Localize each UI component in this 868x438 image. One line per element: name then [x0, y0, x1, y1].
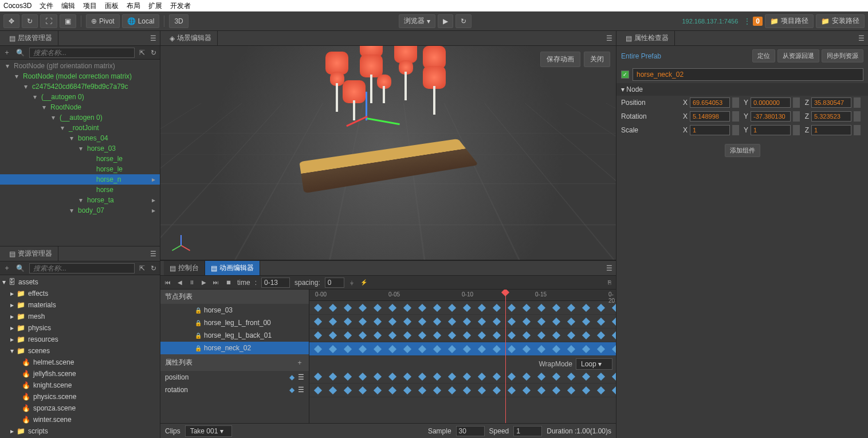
- keyframe[interactable]: [463, 318, 471, 326]
- preview-select[interactable]: 浏览器 ▾: [399, 14, 435, 28]
- scale-z[interactable]: [811, 125, 851, 135]
- keyframe[interactable]: [374, 345, 382, 353]
- keyframe[interactable]: [359, 373, 367, 381]
- rotation-y[interactable]: [751, 111, 791, 122]
- hierarchy-node[interactable]: ▾RootNode (model correction matrix): [0, 71, 160, 81]
- keyframe[interactable]: [344, 331, 352, 339]
- hierarchy-node[interactable]: ▾bones_04: [0, 133, 160, 143]
- 3d-toggle[interactable]: 3D: [169, 14, 188, 28]
- keyframe[interactable]: [448, 386, 456, 394]
- keyframe[interactable]: [388, 373, 396, 381]
- anim-track[interactable]: 🔒horse_neck_02: [160, 342, 309, 354]
- keyframe[interactable]: [582, 318, 590, 326]
- add-asset-button[interactable]: ＋: [2, 262, 11, 274]
- scale-tool[interactable]: ⛶: [40, 14, 57, 28]
- first-frame-button[interactable]: ⏮: [164, 278, 172, 287]
- keyframe[interactable]: [523, 373, 531, 381]
- menu-developer[interactable]: 开发者: [170, 1, 191, 11]
- asset-root[interactable]: ▾🗄assets: [0, 276, 160, 288]
- asset-folder-scenes[interactable]: ▾📁scenes: [0, 345, 160, 357]
- assets-tab[interactable]: ▤ 资源管理器: [3, 247, 58, 261]
- play-button[interactable]: ▶: [438, 14, 453, 28]
- keyframe[interactable]: [359, 345, 367, 353]
- move-tool[interactable]: ✥: [3, 14, 19, 28]
- keyframe[interactable]: [388, 331, 396, 339]
- keyframe[interactable]: [314, 345, 322, 353]
- keyframe[interactable]: [463, 331, 471, 339]
- menu-file[interactable]: 文件: [40, 1, 53, 11]
- keyframe[interactable]: [359, 331, 367, 339]
- keyframe[interactable]: [582, 373, 590, 381]
- keyframe[interactable]: [448, 331, 456, 339]
- save-animation-button[interactable]: 保存动画: [540, 52, 580, 67]
- keyframe[interactable]: [552, 386, 560, 394]
- keyframe[interactable]: [344, 304, 352, 312]
- keyframe[interactable]: [418, 304, 426, 312]
- menu-layout[interactable]: 布局: [127, 1, 140, 11]
- asset-scene[interactable]: 🔥winter.scene: [0, 414, 160, 425]
- node-section-header[interactable]: ▾ Node: [616, 83, 868, 96]
- keyframe-row[interactable]: [309, 384, 616, 397]
- asset-scene[interactable]: 🔥physics.scene: [0, 391, 160, 402]
- keyframe[interactable]: [329, 331, 337, 339]
- prev-frame-button[interactable]: ◀: [176, 278, 183, 287]
- keyframe[interactable]: [478, 318, 486, 326]
- event-icon[interactable]: ⚡: [359, 278, 368, 287]
- keyframe[interactable]: [523, 304, 531, 312]
- keyframe[interactable]: [582, 304, 590, 312]
- keyframe[interactable]: [418, 373, 426, 381]
- keyframe[interactable]: [523, 331, 531, 339]
- asset-scene[interactable]: 🔥helmet.scene: [0, 357, 160, 368]
- scale-y[interactable]: [751, 125, 791, 135]
- rect-tool[interactable]: ▣: [60, 14, 76, 28]
- anim-prop-track[interactable]: rotation◆☰: [160, 384, 309, 396]
- keyframe[interactable]: [523, 386, 531, 394]
- keyframe[interactable]: [344, 386, 352, 394]
- keyframe[interactable]: [374, 318, 382, 326]
- hierarchy-node[interactable]: ▾c2475420cd6847fe9bd9c7a79c: [0, 81, 160, 92]
- assets-search[interactable]: [29, 263, 135, 273]
- keyframe-row[interactable]: [309, 301, 616, 315]
- keyframe[interactable]: [567, 386, 575, 394]
- keyframe[interactable]: [537, 373, 545, 381]
- spacing-input[interactable]: [325, 277, 344, 288]
- keyframe[interactable]: [359, 304, 367, 312]
- keyframe[interactable]: [433, 345, 441, 353]
- keyframe[interactable]: [374, 386, 382, 394]
- keyframe[interactable]: [388, 386, 396, 394]
- keyframe[interactable]: [508, 345, 516, 353]
- search-icon[interactable]: 🔍: [15, 48, 26, 58]
- scene-menu-icon[interactable]: ☰: [606, 34, 612, 42]
- keyframe[interactable]: [433, 304, 441, 312]
- asset-folder[interactable]: ▸📁resources: [0, 334, 160, 345]
- keyframe[interactable]: [374, 331, 382, 339]
- keyframe[interactable]: [493, 331, 501, 339]
- keyframe[interactable]: [448, 318, 456, 326]
- rotate-tool[interactable]: ↻: [22, 14, 38, 28]
- keyframe[interactable]: [612, 386, 616, 394]
- keyframe[interactable]: [329, 345, 337, 353]
- asset-scene[interactable]: 🔥sponza.scene: [0, 402, 160, 414]
- keyframe[interactable]: [433, 386, 441, 394]
- menu-edit[interactable]: 编辑: [61, 1, 75, 11]
- keyframe[interactable]: [582, 386, 590, 394]
- keyframe[interactable]: [508, 373, 516, 381]
- keyframe[interactable]: [314, 318, 322, 326]
- keyframe[interactable]: [582, 331, 590, 339]
- hierarchy-node[interactable]: horse_le: [0, 164, 160, 174]
- keyframe[interactable]: [433, 373, 441, 381]
- hierarchy-node[interactable]: horse: [0, 185, 160, 195]
- keyframe[interactable]: [329, 386, 337, 394]
- keyframe[interactable]: [567, 304, 575, 312]
- pause-button[interactable]: ⏸: [188, 278, 196, 287]
- stop-button[interactable]: ⏹: [225, 278, 233, 287]
- keyframe[interactable]: [314, 304, 322, 312]
- keyframe[interactable]: [597, 331, 605, 339]
- keyframe[interactable]: [359, 386, 367, 394]
- console-tab[interactable]: ▤ 控制台: [164, 261, 205, 275]
- rotation-z[interactable]: [811, 111, 851, 122]
- asset-scene[interactable]: 🔥jellyfish.scene: [0, 368, 160, 380]
- keyframe[interactable]: [314, 373, 322, 381]
- node-active-checkbox[interactable]: ✓: [621, 71, 629, 79]
- hierarchy-node[interactable]: ▾(__autogen 0): [0, 112, 160, 123]
